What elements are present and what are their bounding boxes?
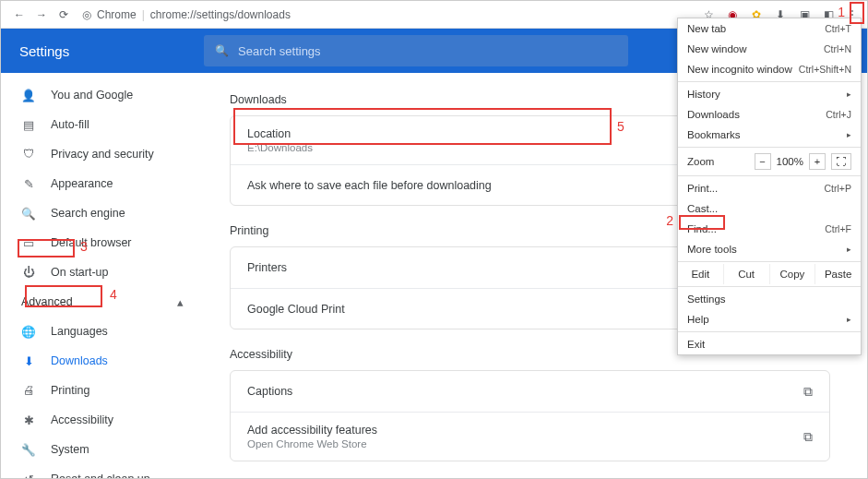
- back-button[interactable]: ←: [8, 4, 30, 26]
- chevron-up-icon: ▴: [177, 295, 184, 309]
- menu-paste[interactable]: Paste: [815, 264, 861, 284]
- menu-copy[interactable]: Copy: [770, 264, 816, 284]
- reset-icon: ↺: [21, 473, 36, 479]
- sidebar-item-default-browser[interactable]: ▭Default browser: [1, 228, 204, 257]
- menu-history[interactable]: History▸: [678, 84, 861, 104]
- power-icon: ⏻: [21, 266, 36, 279]
- sidebar-item-languages[interactable]: 🌐Languages: [1, 317, 204, 346]
- open-external-icon: ⧉: [803, 429, 813, 445]
- printer-icon: 🖨: [21, 384, 36, 397]
- search-input[interactable]: [238, 44, 617, 58]
- menu-incognito[interactable]: New incognito windowCtrl+Shift+N: [678, 59, 861, 79]
- reload-button[interactable]: ⟳: [53, 4, 75, 26]
- wrench-icon: 🔧: [21, 443, 36, 457]
- person-icon: 👤: [21, 89, 36, 102]
- sidebar-item-downloads[interactable]: ⬇Downloads: [1, 346, 204, 376]
- sidebar-item-system[interactable]: 🔧System: [1, 435, 204, 464]
- menu-help[interactable]: Help▸: [678, 309, 861, 329]
- add-accessibility-row[interactable]: Add accessibility features Open Chrome W…: [231, 412, 829, 461]
- autofill-icon: ▤: [21, 118, 36, 132]
- sidebar: 👤You and Google ▤Auto-fill 🛡Privacy and …: [1, 73, 204, 478]
- fullscreen-button[interactable]: ⛶: [831, 153, 851, 170]
- page-title: Settings: [1, 43, 204, 59]
- captions-row[interactable]: Captions ⧉: [231, 371, 829, 412]
- menu-bookmarks[interactable]: Bookmarks▸: [678, 125, 861, 145]
- sidebar-item-printing[interactable]: 🖨Printing: [1, 376, 204, 405]
- menu-edit-label: Edit: [678, 264, 724, 284]
- menu-settings[interactable]: Settings: [678, 289, 861, 309]
- sidebar-item-accessibility[interactable]: ✱Accessibility: [1, 405, 204, 435]
- chrome-menu: New tabCtrl+T New windowCtrl+N New incog…: [677, 18, 862, 355]
- menu-cut[interactable]: Cut: [724, 264, 770, 284]
- globe-icon: ◎: [82, 8, 91, 21]
- sidebar-item-autofill[interactable]: ▤Auto-fill: [1, 110, 204, 139]
- search-icon: 🔍: [21, 207, 36, 221]
- accessibility-icon: ✱: [21, 413, 36, 427]
- search-settings[interactable]: 🔍: [204, 35, 628, 66]
- menu-new-tab[interactable]: New tabCtrl+T: [678, 18, 861, 39]
- sidebar-advanced-toggle[interactable]: Advanced ▴: [1, 287, 204, 317]
- forward-button[interactable]: →: [30, 4, 53, 26]
- menu-new-window[interactable]: New windowCtrl+N: [678, 39, 861, 59]
- shield-icon: 🛡: [21, 148, 36, 161]
- sidebar-item-reset[interactable]: ↺Reset and clean up: [1, 464, 204, 478]
- browser-icon: ▭: [21, 236, 36, 250]
- menu-exit[interactable]: Exit: [678, 334, 861, 354]
- menu-more-tools[interactable]: More tools▸: [678, 239, 861, 259]
- addr-url: chrome://settings/downloads: [150, 8, 291, 21]
- appearance-icon: ✎: [21, 177, 36, 191]
- zoom-out-button[interactable]: −: [755, 153, 771, 170]
- download-icon: ⬇: [21, 354, 36, 368]
- search-icon: 🔍: [215, 44, 229, 57]
- sidebar-item-search-engine[interactable]: 🔍Search engine: [1, 198, 204, 228]
- menu-find[interactable]: Find...Ctrl+F: [678, 219, 861, 239]
- menu-downloads[interactable]: DownloadsCtrl+J: [678, 104, 861, 125]
- menu-cast[interactable]: Cast...: [678, 198, 861, 219]
- menu-print[interactable]: Print...Ctrl+P: [678, 178, 861, 198]
- globe-icon: 🌐: [21, 325, 36, 339]
- addr-host: Chrome: [97, 8, 137, 21]
- sidebar-item-privacy[interactable]: 🛡Privacy and security: [1, 139, 204, 169]
- menu-zoom: Zoom − 100% + ⛶: [678, 150, 861, 174]
- sidebar-item-appearance[interactable]: ✎Appearance: [1, 169, 204, 198]
- open-external-icon: ⧉: [803, 384, 813, 400]
- zoom-in-button[interactable]: +: [809, 153, 826, 170]
- sidebar-item-startup[interactable]: ⏻On start-up: [1, 257, 204, 287]
- sidebar-item-you-and-google[interactable]: 👤You and Google: [1, 80, 204, 110]
